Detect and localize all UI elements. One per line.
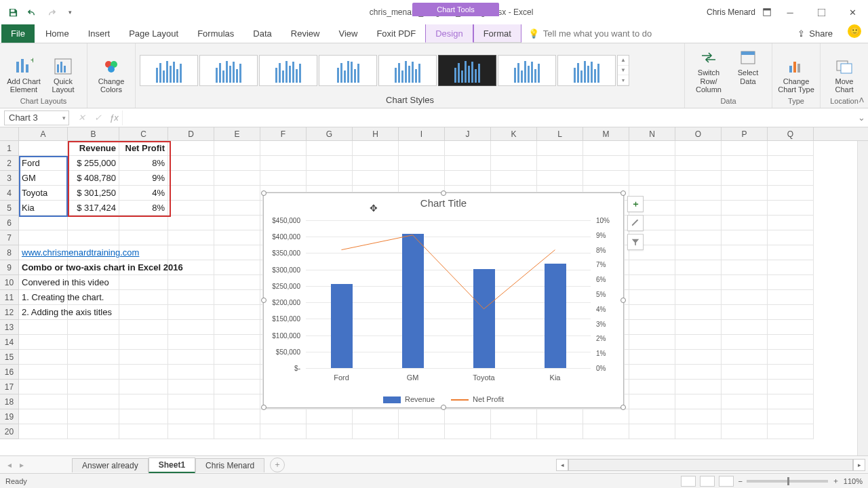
cell-Q5[interactable] (768, 201, 814, 216)
cell-O13[interactable] (675, 320, 722, 335)
expand-formula-bar-icon[interactable]: ⌄ (854, 113, 868, 123)
cell-I3[interactable] (399, 171, 445, 186)
row-head-15[interactable]: 15 (0, 350, 19, 365)
change-colors-button[interactable]: Change Colors (93, 57, 130, 94)
cell-B7[interactable] (68, 230, 119, 245)
fx-icon[interactable]: ƒx (106, 113, 122, 123)
cell-D15[interactable] (168, 350, 214, 365)
cell-O3[interactable] (675, 171, 722, 186)
tab-view[interactable]: View (329, 24, 367, 43)
cell-J20[interactable] (445, 424, 491, 439)
chart-style-2[interactable] (199, 55, 258, 86)
cell-A15[interactable] (19, 350, 68, 365)
cell-C5[interactable]: 8% (119, 201, 168, 216)
cell-D12[interactable] (168, 305, 214, 320)
cell-B4[interactable]: $ 301,250 (68, 186, 119, 201)
cell-O1[interactable] (675, 141, 722, 156)
cell-F2[interactable] (260, 156, 307, 171)
cell-B19[interactable] (68, 409, 119, 424)
sheet-tab-chris-menard[interactable]: Chris Menard (195, 458, 264, 472)
cell-O20[interactable] (675, 424, 722, 439)
cell-K3[interactable] (491, 171, 537, 186)
cell-K19[interactable] (491, 409, 537, 424)
cell-A14[interactable] (19, 335, 68, 350)
tab-review[interactable]: Review (281, 24, 330, 43)
select-data-button[interactable]: Select Data (730, 48, 766, 94)
row-head-13[interactable]: 13 (0, 320, 19, 335)
cell-K20[interactable] (491, 424, 537, 439)
chart-style-7[interactable] (498, 55, 556, 86)
cell-P10[interactable] (722, 275, 768, 290)
col-head-F[interactable]: F (260, 127, 307, 140)
cell-D17[interactable] (168, 380, 214, 394)
col-head-K[interactable]: K (491, 127, 537, 140)
cell-E7[interactable] (214, 230, 260, 245)
row-head-8[interactable]: 8 (0, 245, 19, 260)
cell-I19[interactable] (399, 409, 445, 424)
cell-F1[interactable] (260, 141, 307, 156)
feedback-smiley-icon[interactable]: 🙂 (848, 24, 861, 38)
minimize-icon[interactable]: ─ (774, 0, 806, 24)
cell-E16[interactable] (214, 365, 260, 380)
view-page-break-icon[interactable] (719, 476, 734, 487)
cell-C6[interactable] (119, 216, 168, 230)
col-head-E[interactable]: E (214, 127, 260, 140)
cell-L20[interactable] (537, 424, 583, 439)
row-head-7[interactable]: 7 (0, 230, 19, 245)
cell-N20[interactable] (629, 424, 675, 439)
chart-style-4[interactable] (319, 55, 377, 86)
cell-H2[interactable] (353, 156, 399, 171)
cell-H3[interactable] (353, 171, 399, 186)
resize-handle-se[interactable] (620, 405, 626, 410)
cell-O6[interactable] (675, 216, 722, 230)
cell-C13[interactable] (119, 320, 168, 335)
cell-D11[interactable] (168, 290, 214, 305)
cell-M3[interactable] (583, 171, 629, 186)
collapse-ribbon-icon[interactable]: ᐱ (859, 96, 864, 104)
cell-O19[interactable] (675, 409, 722, 424)
cell-C11[interactable] (119, 290, 168, 305)
cell-D19[interactable] (168, 409, 214, 424)
zoom-slider[interactable] (747, 480, 828, 483)
cell-B20[interactable] (68, 424, 119, 439)
cell-L2[interactable] (537, 156, 583, 171)
tell-me-input[interactable]: 💡 Tell me what you want to do (524, 24, 652, 43)
row-head-18[interactable]: 18 (0, 394, 19, 409)
row-head-4[interactable]: 4 (0, 186, 19, 201)
cell-C12[interactable] (119, 305, 168, 320)
sheet-tab-sheet1[interactable]: Sheet1 (149, 458, 195, 473)
cell-M1[interactable] (583, 141, 629, 156)
horizontal-scrollbar[interactable]: ◂▸ (556, 459, 868, 471)
cell-P4[interactable] (722, 186, 768, 201)
cell-E12[interactable] (214, 305, 260, 320)
cell-K2[interactable] (491, 156, 537, 171)
cancel-formula-icon[interactable]: ✕ (73, 113, 90, 123)
cell-P15[interactable] (722, 350, 768, 365)
cell-Q20[interactable] (768, 424, 814, 439)
cell-H1[interactable] (353, 141, 399, 156)
cell-Q14[interactable] (768, 335, 814, 350)
row-head-2[interactable]: 2 (0, 156, 19, 171)
cell-H20[interactable] (353, 424, 399, 439)
cell-N10[interactable] (629, 275, 675, 290)
cell-C1[interactable]: Net Profit (119, 141, 168, 156)
cell-C10[interactable] (119, 275, 168, 290)
cell-I20[interactable] (399, 424, 445, 439)
cell-A17[interactable] (19, 380, 68, 394)
cell-L19[interactable] (537, 409, 583, 424)
cell-Q15[interactable] (768, 350, 814, 365)
cell-P13[interactable] (722, 320, 768, 335)
col-head-O[interactable]: O (675, 127, 722, 140)
cell-D7[interactable] (168, 230, 214, 245)
cell-E10[interactable] (214, 275, 260, 290)
cell-O14[interactable] (675, 335, 722, 350)
chart-style-1[interactable] (140, 55, 198, 86)
cell-P8[interactable] (722, 245, 768, 260)
cell-P9[interactable] (722, 260, 768, 275)
resize-handle-w[interactable] (261, 298, 267, 303)
chart-style-5[interactable] (378, 55, 437, 86)
zoom-out-icon[interactable]: − (738, 477, 742, 485)
row-head-20[interactable]: 20 (0, 424, 19, 439)
cell-O16[interactable] (675, 365, 722, 380)
cell-P3[interactable] (722, 171, 768, 186)
